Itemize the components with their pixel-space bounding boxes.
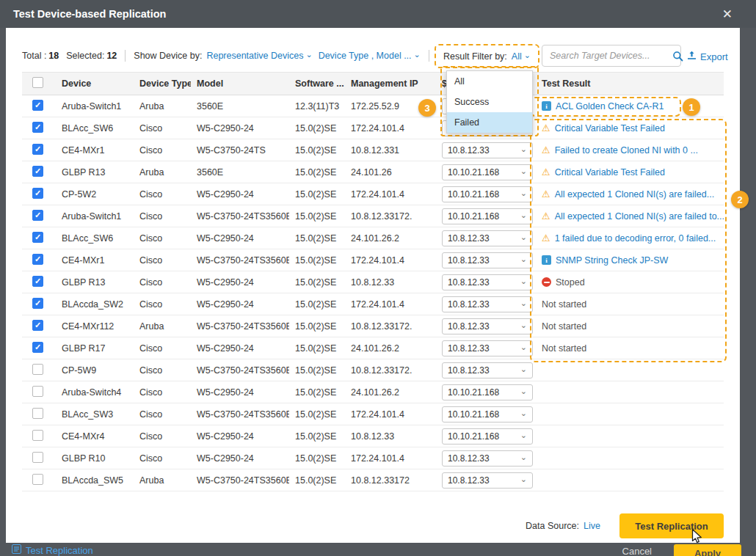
result-status-icon [542, 101, 551, 111]
ip-select[interactable]: 10.10.21.168 [442, 428, 533, 445]
software-version: 15.0(2)SE [289, 123, 345, 133]
table-row[interactable]: GLBP R17 Cisco W5-C2950-24 15.0(2)SE 24.… [22, 337, 724, 359]
close-icon[interactable]: ✕ [722, 7, 733, 22]
data-source-live-link[interactable]: Live [584, 521, 600, 531]
table-row[interactable]: BLAcc_SW6 Cisco W5-C2950-24 15.0(2)SE 24… [22, 227, 724, 249]
table-row[interactable]: BLAcc_SW6 Cisco W5-C2950-24 15.0(2)SE 17… [22, 117, 724, 139]
device-type: Cisco [134, 145, 191, 156]
ip-select[interactable]: 10.8.12.33 [442, 450, 533, 467]
table-row[interactable]: BLAccda_SW5 Aruba W5-C3750-24TS3560E 15.… [22, 469, 724, 491]
result-filter-dropdown-control[interactable]: Result Filter by: All [435, 44, 539, 68]
ip-select[interactable]: 10.8.12.33 [442, 362, 533, 378]
ip-select[interactable]: 10.10.21.168 [442, 186, 533, 202]
dropdown-item-failed[interactable]: Failed [447, 112, 532, 133]
row-checkbox[interactable] [32, 122, 43, 133]
background-test-replication-link[interactable]: Test Replication [12, 544, 93, 556]
row-checkbox[interactable] [32, 452, 43, 463]
row-checkbox[interactable] [32, 254, 43, 265]
table-row[interactable]: CP-5W2 Cisco W5-C2950-24 15.0(2)SE 172.2… [22, 183, 724, 205]
row-checkbox[interactable] [32, 210, 43, 221]
software-version: 15.0(2)SE [289, 233, 345, 244]
row-checkbox[interactable] [32, 342, 43, 353]
row-checkbox[interactable] [32, 386, 43, 397]
table-row[interactable]: Aruba-Switch1 Aruba 3560E 12.3(11)T3 172… [22, 95, 724, 117]
test-result[interactable]: Critical Variable Test Failed [536, 167, 724, 178]
table-row[interactable]: BLAccda_SW2 Cisco W5-C2950-24 15.0(2)SE … [22, 293, 724, 315]
test-result[interactable]: All expected 1 Cloned NI(s) are failed t… [536, 211, 724, 222]
test-replication-button[interactable]: Test Replication [619, 513, 724, 538]
table-row[interactable]: CE4-MXr112 Aruba W5-C3750-24TS3560E 15.0… [22, 315, 724, 337]
table-row[interactable]: CE4-MXr1 Cisco W5-C3750-24TS 15.0(2)SE 1… [22, 139, 724, 161]
data-source-label: Data Source: [526, 521, 579, 531]
table-row[interactable]: GLBP R10 Cisco W5-C2950-24 15.0(2)SE 172… [22, 447, 724, 469]
ip-select[interactable]: 10.8.12.33 [442, 230, 533, 246]
table-row[interactable]: GLBP R13 Aruba 3560E 15.0(2)SE 24.101.26… [22, 161, 724, 183]
representative-devices-dropdown[interactable]: Representative Devices [206, 51, 312, 61]
row-checkbox[interactable] [32, 166, 43, 177]
result-status-icon [542, 233, 550, 244]
row-checkbox[interactable] [32, 188, 43, 199]
dropdown-item-all[interactable]: All [447, 71, 532, 92]
chevron-down-icon [520, 409, 527, 420]
background-apply-button[interactable]: Apply [674, 544, 741, 556]
result-status-icon [542, 189, 550, 200]
ip-select[interactable]: 10.8.12.33 [442, 252, 533, 268]
search-icon[interactable] [672, 51, 683, 62]
test-result[interactable]: Not started [536, 299, 724, 310]
ip-select[interactable]: 10.10.21.168 [442, 164, 533, 180]
table-row[interactable]: Aruba-Switch1 Cisco W5-C3750-24TS3560E 1… [22, 205, 724, 227]
dropdown-item-success[interactable]: Success [447, 92, 532, 112]
export-button[interactable]: Export [687, 51, 728, 62]
result-filter-label: Result Filter by: [443, 51, 507, 62]
background-cancel-button[interactable]: Cancel [622, 546, 652, 556]
result-status-icon [542, 145, 550, 156]
test-result[interactable]: Critical Variable Test Failed [536, 122, 724, 133]
management-ip: 172.24.101.4 [345, 255, 436, 266]
row-checkbox[interactable] [32, 144, 43, 155]
row-checkbox[interactable] [32, 100, 43, 111]
software-version: 15.0(2)SE [289, 387, 345, 398]
test-result[interactable]: SNMP String Check JP-SW [536, 255, 724, 266]
test-result[interactable]: Not started [536, 321, 724, 332]
chevron-down-icon [520, 475, 527, 486]
table-row[interactable]: BLAcc_SW3 Cisco W5-C3750-24TS3560E 15.0(… [22, 403, 724, 425]
result-filter-value[interactable]: All [512, 51, 531, 62]
ip-select[interactable]: 10.8.12.33 [442, 274, 533, 290]
device-type: Cisco [134, 453, 191, 464]
chevron-down-icon [414, 51, 421, 61]
device-type: Cisco [134, 277, 191, 288]
device-model: 3560E [191, 101, 289, 111]
test-result[interactable]: Not started [536, 343, 724, 354]
row-checkbox[interactable] [32, 364, 43, 375]
row-checkbox[interactable] [32, 320, 43, 331]
test-result[interactable]: Failed to create Cloned NI with 0 ... [536, 145, 724, 156]
table-row[interactable]: CE4-MXr4 Cisco W5-C2950-24 15.0(2)SE 10.… [22, 425, 724, 447]
software-version: 15.0(2)SE [289, 211, 345, 222]
select-all-checkbox[interactable] [32, 77, 43, 88]
table-row[interactable]: Aruba-Switch4 Cisco W5-C2950-24 15.0(2)S… [22, 381, 724, 403]
row-checkbox[interactable] [32, 430, 43, 441]
ip-select[interactable]: 10.8.12.33 [442, 296, 533, 312]
table-row[interactable]: GLBP R13 Cisco W5-C2950-24 15.0(2)SE 10.… [22, 271, 724, 293]
row-checkbox[interactable] [32, 232, 43, 243]
row-checkbox[interactable] [32, 408, 43, 419]
ip-select[interactable]: 10.10.21.168 [442, 384, 533, 400]
ip-select[interactable]: 10.8.12.33 [442, 340, 533, 356]
row-checkbox[interactable] [32, 474, 43, 485]
ip-select[interactable]: 10.10.21.168 [442, 406, 533, 423]
table-row[interactable]: CE4-MXr1 Cisco W5-C3750-24TS3560E 15.0(2… [22, 249, 724, 271]
device-type-model-dropdown[interactable]: Device Type , Model ... [319, 51, 421, 61]
ip-select[interactable]: 10.8.12.33 [442, 142, 533, 158]
test-result[interactable]: Stoped [536, 277, 724, 288]
ip-select[interactable]: 10.8.12.33 [442, 472, 533, 489]
device-type: Cisco [134, 409, 191, 420]
ip-select[interactable]: 10.10.21.168 [442, 208, 533, 224]
test-result[interactable]: 1 failed due to decoding error, 0 failed… [536, 233, 724, 244]
search-input[interactable] [542, 51, 672, 61]
row-checkbox[interactable] [32, 298, 43, 309]
software-version: 15.0(2)SE [289, 277, 345, 288]
test-result[interactable]: All expected 1 Cloned NI(s) are failed..… [536, 189, 724, 200]
table-row[interactable]: CP-5W9 Cisco W5-C3750-24TS3560E 15.0(2)S… [22, 359, 724, 381]
ip-select[interactable]: 10.8.12.33 [442, 318, 533, 334]
row-checkbox[interactable] [32, 276, 43, 287]
